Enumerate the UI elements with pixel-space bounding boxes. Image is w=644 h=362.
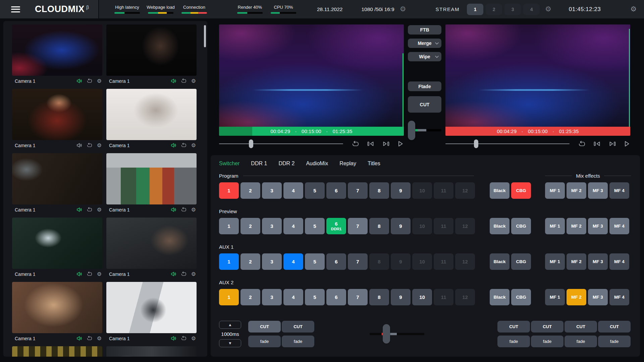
loop-icon[interactable]: [181, 207, 186, 212]
camera-thumbnail[interactable]: [106, 24, 197, 76]
aux1-mf3-button[interactable]: MF 3: [588, 253, 608, 270]
stream-settings-gear-icon[interactable]: ⚙: [545, 6, 551, 13]
aux1-mf2-button[interactable]: MF 2: [567, 253, 586, 270]
program-loop-icon[interactable]: [352, 141, 359, 147]
aux2-source-10[interactable]: 10: [412, 289, 432, 305]
aux2-source-4[interactable]: 4: [283, 289, 303, 305]
mf1-fade-button[interactable]: fade: [497, 336, 530, 347]
preview-source-4[interactable]: 4: [283, 218, 303, 234]
preview-play-icon[interactable]: [624, 141, 630, 147]
preview-mf4-button[interactable]: MF 4: [609, 218, 629, 234]
aux1-source-3[interactable]: 3: [262, 253, 282, 270]
loop-icon[interactable]: [87, 78, 92, 83]
left-cut-2-button[interactable]: CUT: [282, 321, 314, 333]
camera-settings-gear-icon[interactable]: ⚙: [191, 206, 196, 213]
aux2-mf3-button[interactable]: MF 3: [588, 289, 608, 305]
aux2-mf4-button[interactable]: MF 4: [609, 289, 629, 305]
mf4-fade-button[interactable]: fade: [598, 336, 631, 347]
program-source-5[interactable]: 5: [305, 182, 325, 199]
aux1-source-2[interactable]: 2: [240, 253, 260, 270]
preview-next-frame-icon[interactable]: [609, 141, 616, 146]
aux2-source-8[interactable]: 8: [369, 289, 389, 305]
tab-ddr1[interactable]: DDR 1: [251, 161, 267, 167]
program-source-8[interactable]: 8: [369, 182, 389, 199]
camera-settings-gear-icon[interactable]: ⚙: [191, 335, 196, 342]
camera-thumbnail[interactable]: [12, 153, 102, 204]
preview-source-7[interactable]: 7: [348, 218, 368, 234]
aux1-source-4[interactable]: 4: [283, 253, 303, 270]
loop-icon[interactable]: [87, 336, 92, 341]
program-cbg-button[interactable]: CBG: [511, 182, 531, 199]
program-seek-bar[interactable]: [219, 143, 343, 144]
aux2-source-11[interactable]: 11: [434, 289, 453, 305]
tab-replay[interactable]: Replay: [339, 161, 356, 167]
camera-settings-gear-icon[interactable]: ⚙: [191, 78, 196, 84]
program-mf4-button[interactable]: MF 4: [609, 182, 629, 199]
left-fade-2-button[interactable]: fade: [282, 336, 314, 347]
aux1-source-7[interactable]: 7: [348, 253, 368, 270]
program-source-2[interactable]: 2: [240, 182, 260, 199]
aux2-source-12[interactable]: 12: [455, 289, 475, 305]
camera-thumbnail[interactable]: [106, 89, 197, 140]
program-source-11[interactable]: 11: [434, 182, 453, 199]
preview-mf2-button[interactable]: MF 2: [567, 218, 586, 234]
aux2-mf2-button[interactable]: MF 2: [567, 289, 586, 305]
speaker-icon[interactable]: [171, 272, 176, 277]
program-mf3-button[interactable]: MF 3: [588, 182, 608, 199]
preview-source-12[interactable]: 12: [455, 218, 475, 234]
tab-ddr2[interactable]: DDR 2: [278, 161, 294, 167]
preview-source-6[interactable]: 6 DDR1: [326, 218, 346, 234]
program-play-icon[interactable]: [398, 141, 403, 147]
preview-mf3-button[interactable]: MF 3: [588, 218, 608, 234]
duration-down-button[interactable]: ▼: [219, 339, 241, 347]
program-black-button[interactable]: Black: [490, 182, 509, 199]
preview-source-5[interactable]: 5: [305, 218, 325, 234]
wipe-dropdown[interactable]: Wipe: [408, 52, 441, 61]
speaker-icon[interactable]: [171, 207, 176, 212]
stream-channel-1[interactable]: 1: [467, 4, 483, 15]
duration-up-button[interactable]: ▲: [219, 321, 241, 329]
camera-thumbnail[interactable]: [12, 346, 102, 357]
preview-seek-handle[interactable]: [474, 139, 478, 148]
aux1-source-11[interactable]: 11: [434, 253, 453, 270]
camera-thumbnail[interactable]: [12, 89, 102, 140]
mf3-fade-button[interactable]: fade: [565, 336, 597, 347]
aux1-source-1[interactable]: 1: [219, 253, 239, 270]
camera-thumbnail[interactable]: [12, 282, 102, 333]
aux2-cbg-button[interactable]: CBG: [511, 289, 531, 305]
program-source-7[interactable]: 7: [348, 182, 368, 199]
aux2-black-button[interactable]: Black: [490, 289, 509, 305]
aux2-source-9[interactable]: 9: [391, 289, 411, 305]
camera-thumbnail[interactable]: [106, 346, 197, 357]
loop-icon[interactable]: [181, 336, 186, 341]
fade-button[interactable]: Ftade: [408, 81, 441, 91]
mf4-cut-button[interactable]: CUT: [598, 321, 631, 333]
preview-source-8[interactable]: 8: [369, 218, 389, 234]
preview-cbg-button[interactable]: CBG: [511, 218, 531, 234]
loop-icon[interactable]: [87, 272, 92, 277]
camera-settings-gear-icon[interactable]: ⚙: [191, 142, 196, 148]
stream-channel-4[interactable]: 4: [523, 4, 540, 15]
mf1-cut-button[interactable]: CUT: [497, 321, 530, 333]
mf3-cut-button[interactable]: CUT: [565, 321, 597, 333]
left-fade-1-button[interactable]: fade: [248, 336, 281, 347]
program-source-4[interactable]: 4: [283, 182, 303, 199]
speaker-icon[interactable]: [171, 78, 176, 83]
speaker-icon[interactable]: [76, 336, 82, 341]
camera-thumbnail[interactable]: [12, 24, 102, 76]
camera-thumbnail[interactable]: [106, 153, 197, 204]
program-prev-frame-icon[interactable]: [367, 141, 374, 146]
menu-icon[interactable]: [11, 5, 20, 14]
program-seek-handle[interactable]: [249, 139, 253, 148]
tab-audiomix[interactable]: AudioMix: [306, 161, 328, 167]
program-source-9[interactable]: 9: [391, 182, 411, 199]
aux1-black-button[interactable]: Black: [490, 253, 509, 270]
preview-source-1[interactable]: 1: [219, 218, 239, 234]
aux2-source-6[interactable]: 6: [326, 289, 346, 305]
aux1-source-6[interactable]: 6: [326, 253, 346, 270]
tab-titles[interactable]: Titles: [368, 161, 380, 167]
camera-settings-gear-icon[interactable]: ⚙: [97, 335, 102, 342]
program-mf2-button[interactable]: MF 2: [567, 182, 586, 199]
scrollbar-thumb[interactable]: [204, 25, 206, 47]
program-next-frame-icon[interactable]: [382, 141, 390, 146]
